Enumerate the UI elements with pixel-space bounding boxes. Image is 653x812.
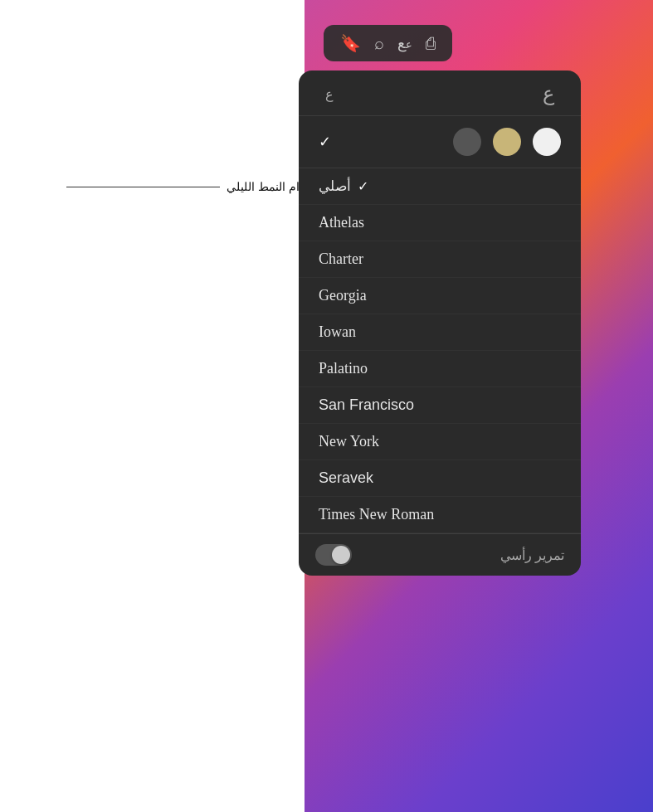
font-item-georgia[interactable]: Georgia bbox=[299, 278, 581, 314]
font-item-charter[interactable]: Charter bbox=[299, 241, 581, 278]
font-item-athelas[interactable]: Athelas bbox=[299, 205, 581, 241]
reading-options-panel: ع ع ✓ ✓ أصلي Athelas Charter Georgia Iow… bbox=[299, 71, 581, 576]
annotation-line bbox=[66, 187, 220, 187]
font-label-iowan: Iowan bbox=[319, 323, 356, 341]
toggle-thumb bbox=[332, 546, 350, 564]
font-item-new-york[interactable]: New York bbox=[299, 424, 581, 460]
color-options bbox=[453, 128, 561, 156]
text-size-icon[interactable]: عع bbox=[397, 34, 412, 52]
font-label-athelas: Athelas bbox=[319, 214, 364, 231]
theme-checkmark: ✓ bbox=[319, 133, 331, 151]
font-list: ✓ أصلي Athelas Charter Georgia Iowan Pal… bbox=[299, 168, 581, 533]
font-size-row: ع ع bbox=[299, 71, 581, 116]
font-label-palatino: Palatino bbox=[319, 360, 368, 377]
annotation: .استخدام النمط الليلي bbox=[66, 180, 333, 193]
font-item-iowan[interactable]: Iowan bbox=[299, 314, 581, 351]
font-item-palatino[interactable]: Palatino bbox=[299, 351, 581, 387]
share-icon[interactable]: ⎙ bbox=[426, 34, 436, 53]
white-theme-button[interactable] bbox=[533, 128, 561, 156]
font-label-original: أصلي bbox=[319, 177, 351, 195]
background-left bbox=[0, 0, 307, 812]
font-selected-checkmark: ✓ bbox=[358, 178, 368, 194]
font-item-san-francisco[interactable]: San Francisco bbox=[299, 387, 581, 424]
font-label-new-york: New York bbox=[319, 433, 379, 450]
vertical-scroll-toggle[interactable] bbox=[315, 544, 352, 566]
font-label-times-new-roman: Times New Roman bbox=[319, 506, 434, 523]
theme-color-row: ✓ bbox=[299, 116, 581, 168]
dark-theme-button[interactable] bbox=[453, 128, 481, 156]
font-item-original[interactable]: ✓ أصلي bbox=[299, 168, 581, 205]
font-item-seravek[interactable]: Seravek bbox=[299, 460, 581, 497]
toggle-track bbox=[315, 544, 352, 566]
font-label-san-francisco: San Francisco bbox=[319, 396, 414, 414]
toolbar: 🔖 ⌕ عع ⎙ bbox=[324, 25, 452, 61]
bottom-row: تمرير رأسي bbox=[299, 533, 581, 576]
font-size-decrease-button[interactable]: ع bbox=[319, 86, 340, 102]
font-item-times-new-roman[interactable]: Times New Roman bbox=[299, 497, 581, 533]
bookmark-icon[interactable]: 🔖 bbox=[340, 33, 361, 53]
warm-theme-button[interactable] bbox=[493, 128, 521, 156]
font-label-seravek: Seravek bbox=[319, 469, 373, 487]
vertical-scroll-label: تمرير رأسي bbox=[500, 547, 564, 563]
search-icon[interactable]: ⌕ bbox=[374, 34, 384, 53]
font-size-increase-button[interactable]: ع bbox=[536, 82, 561, 105]
font-label-charter: Charter bbox=[319, 250, 363, 268]
font-label-georgia: Georgia bbox=[319, 287, 367, 304]
